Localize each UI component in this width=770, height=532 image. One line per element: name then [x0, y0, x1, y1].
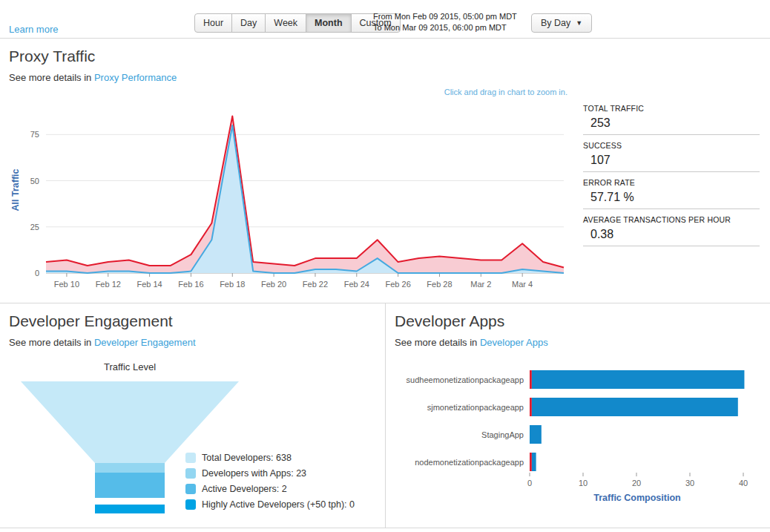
caret-down-icon: ▼ — [576, 20, 582, 27]
svg-text:Feb 24: Feb 24 — [344, 280, 369, 289]
svg-text:Mar 4: Mar 4 — [512, 280, 533, 289]
legend-item: Active Developers: 2 — [185, 484, 355, 494]
legend-label: Total Developers: 638 — [202, 453, 292, 463]
developer-apps-chart-wrap: sudheemonetizationpackageappsjmonetizati… — [395, 367, 761, 503]
stat-avg-tph: AVERAGE TRANSACTIONS PER HOUR 0.38 — [583, 215, 760, 246]
svg-text:10: 10 — [579, 479, 588, 487]
developer-apps-chart[interactable]: sudheemonetizationpackageappsjmonetizati… — [395, 367, 758, 490]
granularity-label: By Day — [541, 18, 570, 28]
legend-label: Developers with Apps: 23 — [202, 468, 306, 479]
range-button-day[interactable]: Day — [231, 13, 266, 33]
stat-success: SUCCESS 107 — [583, 141, 760, 172]
legend-item: Highly Active Developers (+50 tph): 0 — [185, 499, 355, 510]
svg-text:sjmonetizationpackageapp: sjmonetizationpackageapp — [427, 403, 524, 412]
svg-text:40: 40 — [739, 479, 748, 487]
stat-value: 0.38 — [590, 228, 760, 241]
svg-text:0: 0 — [35, 269, 39, 278]
svg-text:Feb 26: Feb 26 — [386, 280, 411, 289]
topbar: Learn more Hour Day Week Month Custom Fr… — [0, 0, 770, 39]
zoom-hint: Click and drag in chart to zoom in. — [444, 88, 567, 96]
developer-apps-title: Developer Apps — [395, 312, 761, 330]
date-range-to: To Mon Mar 09 2015, 06:00 pm MDT — [373, 22, 517, 33]
svg-text:Feb 10: Feb 10 — [54, 280, 79, 289]
svg-text:sudheemonetizationpackageapp: sudheemonetizationpackageapp — [407, 375, 524, 384]
stat-label: TOTAL TRAFFIC — [583, 104, 760, 113]
svg-text:StagingApp: StagingApp — [481, 430, 524, 439]
legend-swatch — [185, 499, 196, 510]
developer-engagement-subtitle-text: See more details in — [9, 337, 91, 348]
developer-engagement-section: Developer Engagement See more details in… — [0, 303, 385, 528]
funnel-title: Traffic Level — [19, 361, 241, 372]
svg-text:All Traffic: All Traffic — [10, 168, 21, 211]
proxy-traffic-subtitle-text: See more details in — [9, 72, 91, 83]
range-button-month[interactable]: Month — [306, 13, 351, 33]
legend-label: Active Developers: 2 — [202, 484, 287, 494]
stat-label: SUCCESS — [583, 141, 760, 150]
developer-apps-section: Developer Apps See more details in Devel… — [385, 303, 770, 528]
funnel-legend: Total Developers: 638 Developers with Ap… — [185, 453, 355, 515]
stat-error-rate: ERROR RATE 57.71 % — [583, 178, 760, 209]
svg-text:Feb 12: Feb 12 — [96, 280, 121, 289]
granularity-dropdown[interactable]: By Day ▼ — [531, 13, 592, 33]
legend-item: Total Developers: 638 — [185, 453, 355, 463]
developer-apps-subtitle-text: See more details in — [395, 337, 477, 348]
legend-swatch — [185, 468, 196, 479]
stat-value: 57.71 % — [590, 191, 760, 204]
svg-text:Feb 16: Feb 16 — [178, 280, 203, 289]
svg-text:20: 20 — [632, 479, 641, 487]
developer-engagement-link[interactable]: Developer Engagement — [94, 337, 196, 348]
stat-label: AVERAGE TRANSACTIONS PER HOUR — [583, 215, 760, 224]
proxy-traffic-section: Proxy Traffic See more details in Proxy … — [0, 39, 770, 303]
svg-text:Feb 18: Feb 18 — [220, 280, 245, 289]
proxy-traffic-chart[interactable]: 0255075Feb 10Feb 12Feb 14Feb 16Feb 18Feb… — [9, 96, 573, 295]
developer-engagement-title: Developer Engagement — [9, 312, 376, 330]
proxy-traffic-subtitle: See more details in Proxy Performance — [9, 72, 761, 83]
svg-text:30: 30 — [685, 479, 694, 487]
svg-text:Feb 28: Feb 28 — [427, 280, 452, 289]
svg-text:Feb 14: Feb 14 — [136, 280, 162, 289]
svg-text:50: 50 — [30, 177, 39, 185]
proxy-traffic-title: Proxy Traffic — [9, 47, 761, 65]
developer-engagement-subtitle: See more details in Developer Engagement — [9, 337, 376, 348]
svg-text:0: 0 — [527, 479, 532, 487]
svg-text:Feb 22: Feb 22 — [303, 280, 328, 289]
stat-value: 107 — [590, 154, 760, 167]
svg-text:Feb 20: Feb 20 — [261, 280, 286, 289]
legend-swatch — [185, 484, 196, 494]
developer-apps-subtitle: See more details in Developer Apps — [395, 337, 761, 348]
stat-label: ERROR RATE — [583, 178, 760, 187]
developer-apps-link[interactable]: Developer Apps — [480, 337, 548, 348]
date-range-from: From Mon Feb 09 2015, 05:00 pm MDT — [373, 11, 517, 22]
stat-value: 253 — [590, 116, 760, 130]
date-range-display: From Mon Feb 09 2015, 05:00 pm MDT To Mo… — [373, 11, 517, 33]
legend-swatch — [185, 453, 196, 463]
svg-text:75: 75 — [30, 130, 39, 139]
svg-text:25: 25 — [30, 223, 39, 231]
legend-item: Developers with Apps: 23 — [185, 468, 355, 479]
time-range-button-group: Hour Day Week Month Custom — [194, 13, 401, 33]
range-button-week[interactable]: Week — [265, 13, 306, 33]
svg-text:Mar 2: Mar 2 — [470, 280, 491, 289]
stat-total-traffic: TOTAL TRAFFIC 253 — [583, 104, 760, 135]
proxy-traffic-chart-row: 0255075Feb 10Feb 12Feb 14Feb 16Feb 18Feb… — [9, 96, 761, 295]
learn-more-link[interactable]: Learn more — [9, 24, 58, 35]
legend-label: Highly Active Developers (+50 tph): 0 — [202, 499, 355, 510]
traffic-composition-axis-label: Traffic Composition — [530, 493, 745, 503]
range-button-hour[interactable]: Hour — [194, 13, 232, 33]
svg-text:nodemonetizationpackageapp: nodemonetizationpackageapp — [415, 458, 524, 467]
proxy-performance-link[interactable]: Proxy Performance — [94, 72, 177, 83]
bottom-row: Developer Engagement See more details in… — [0, 303, 770, 528]
proxy-traffic-stats: TOTAL TRAFFIC 253 SUCCESS 107 ERROR RATE… — [583, 96, 760, 295]
